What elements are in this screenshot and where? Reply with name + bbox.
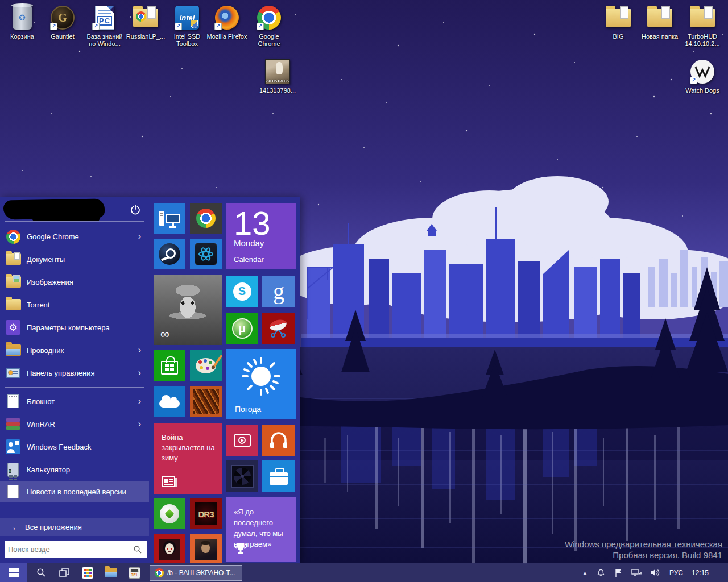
desktop-icon-firefox[interactable]: ↗ Mozilla Firefox	[205, 5, 249, 40]
start-menu-item-control-panel[interactable]: Панель управления ›	[0, 361, 149, 384]
start-menu-item-winrar[interactable]: WinRAR ›	[0, 413, 149, 435]
chrome-icon	[155, 568, 164, 577]
search-input[interactable]	[5, 545, 133, 554]
start-menu-item-google-chrome[interactable]: Google Chrome ›	[0, 225, 149, 248]
menu-item-label: Параметры компьютера	[27, 323, 149, 332]
menu-item-label: Панель управления	[27, 369, 138, 377]
colored-grid-icon	[82, 567, 93, 579]
start-menu-item-windows-feedback[interactable]: Windows Feedback	[0, 435, 149, 458]
tile-horror-girl-photo[interactable]	[154, 534, 185, 563]
control-panel-icon	[5, 364, 22, 381]
start-menu-item-whats-new[interactable]: Новости в последней версии	[0, 481, 149, 502]
desktop-icon-new-folder[interactable]: Новая папка	[638, 5, 681, 40]
desktop-icon-watch-dogs[interactable]: ↗ Watch Dogs	[681, 59, 724, 94]
news-headline: Война закрывается на зиму	[154, 423, 222, 463]
volume-icon[interactable]	[651, 566, 661, 580]
menu-item-label: Изображения	[27, 278, 149, 286]
desktop-icon-turbohud[interactable]: TurboHUD 14.10.10.2...	[681, 5, 724, 48]
tile-robot-photo[interactable]: ∞	[154, 275, 222, 345]
tile-weather[interactable]: Погода	[226, 349, 296, 419]
start-menu-item-calculator[interactable]: 0 Калькулятор	[0, 458, 149, 481]
desktop-icon-russianlp[interactable]: RussianLP_...	[124, 5, 167, 40]
tile-store[interactable]	[154, 350, 185, 381]
gear-icon: ⚙	[5, 319, 22, 336]
start-menu: Google Chrome › Документы Изображения To…	[0, 197, 300, 563]
all-apps-button[interactable]: → Все приложения	[0, 518, 149, 536]
desktop-icon-label: TurboHUD 14.10.10.2...	[681, 33, 724, 48]
tile-google[interactable]: g	[262, 276, 295, 307]
recycle-bin-icon: ♻	[9, 5, 35, 31]
tile-music[interactable]	[262, 425, 295, 456]
tile-skype[interactable]: S	[226, 276, 258, 307]
start-button[interactable]	[0, 563, 27, 582]
search-box[interactable]	[5, 541, 147, 558]
start-menu-item-documents[interactable]: Документы	[0, 248, 149, 271]
feedback-icon	[5, 438, 22, 455]
tile-sport-quote[interactable]: «Я до последнего думал, что мы выиграем»	[226, 497, 296, 562]
tile-news[interactable]: Война закрывается на зиму	[154, 423, 222, 494]
intel-icon: intel↗	[174, 5, 200, 31]
desktop-icon-chrome[interactable]: ↗ Google Chrome	[247, 5, 291, 48]
shortcut-arrow-icon: ↗	[92, 23, 100, 30]
pinned-grid-app-button[interactable]	[81, 566, 94, 580]
language-indicator[interactable]: РУС	[669, 569, 683, 577]
man-face-image	[195, 539, 217, 560]
notifications-bell-icon[interactable]	[596, 566, 606, 580]
tile-sims[interactable]	[154, 498, 185, 529]
store-bag-icon	[161, 361, 178, 375]
start-menu-item-torrent[interactable]: Torrent	[0, 293, 149, 316]
windows-logo-icon	[9, 568, 19, 577]
media-player-classic-button[interactable]: 321	[127, 566, 141, 580]
task-view-button[interactable]	[57, 566, 71, 580]
firefox-icon: ↗	[214, 5, 240, 31]
tile-fan-photo[interactable]	[226, 460, 258, 492]
tile-chrome[interactable]	[190, 203, 222, 234]
video-player-icon	[234, 434, 251, 447]
tile-game-face-photo[interactable]	[190, 534, 222, 563]
desktop-icon-intel-ssd-toolbox[interactable]: intel↗ Intel SSD Toolbox	[166, 5, 209, 48]
folder-icon	[5, 296, 22, 313]
start-menu-item-pc-settings[interactable]: ⚙ Параметры компьютера	[0, 316, 149, 339]
desktop-icon-recycle-bin[interactable]: ♻ Корзина	[1, 5, 44, 40]
start-menu-item-notepad[interactable]: Блокнот ›	[0, 390, 149, 413]
start-menu-item-explorer[interactable]: Проводник ›	[0, 339, 149, 361]
tile-scissors-app[interactable]	[262, 313, 295, 344]
menu-item-label: Калькулятор	[27, 465, 149, 474]
tile-video[interactable]	[226, 425, 258, 456]
file-explorer-button[interactable]	[104, 566, 118, 580]
skype-icon: S	[233, 282, 251, 301]
tile-onedrive[interactable]	[154, 386, 185, 417]
tile-dead-rising-3[interactable]: DR3	[190, 498, 222, 529]
pc-icon	[159, 211, 180, 226]
chrome-task-button[interactable]: /b - ВАШ ЭКРАНО-Т...	[150, 565, 242, 581]
action-center-flag-icon[interactable]	[614, 566, 623, 580]
notepad-icon	[5, 393, 22, 410]
calendar-day: 13	[234, 206, 296, 240]
document-icon: PC ↗	[92, 5, 118, 31]
news-page-icon	[5, 483, 22, 500]
tile-utorrent[interactable]: µ	[226, 313, 258, 344]
desktop-icon-cat-image[interactable]: АН НА НА НА 141313798...	[256, 59, 299, 94]
tile-battlenet[interactable]	[190, 239, 222, 269]
desktop-icon-gauntlet[interactable]: G↗ Gauntlet	[41, 5, 84, 40]
desktop-icon-big-folder[interactable]: BIG	[597, 5, 640, 40]
desktop-icon-knowledge-base[interactable]: PC ↗ База знаний по Windo...	[83, 5, 126, 48]
watch-dogs-icon: ↗	[689, 59, 715, 85]
tile-paint[interactable]	[190, 350, 222, 381]
steam-icon	[159, 243, 180, 265]
tile-travel[interactable]	[262, 460, 295, 492]
taskbar-search-button[interactable]	[34, 566, 48, 580]
tile-coils-photo[interactable]	[190, 386, 222, 417]
start-menu-item-pictures[interactable]: Изображения	[0, 271, 149, 293]
tray-expand-icon[interactable]: ▲	[582, 570, 588, 576]
tile-this-pc[interactable]	[154, 203, 185, 234]
tile-steam[interactable]	[154, 239, 185, 269]
dr3-logo: DR3	[195, 502, 217, 525]
clock[interactable]: 12:15	[692, 569, 709, 577]
desktop-icon-label: База знаний по Windo...	[83, 33, 126, 48]
network-icon[interactable]	[631, 566, 642, 580]
scissors-icon	[267, 319, 290, 338]
power-button[interactable]	[129, 203, 142, 217]
tile-calendar[interactable]: 13 Monday Calendar	[226, 203, 296, 269]
desktop-icon-label: Gauntlet	[51, 33, 75, 40]
